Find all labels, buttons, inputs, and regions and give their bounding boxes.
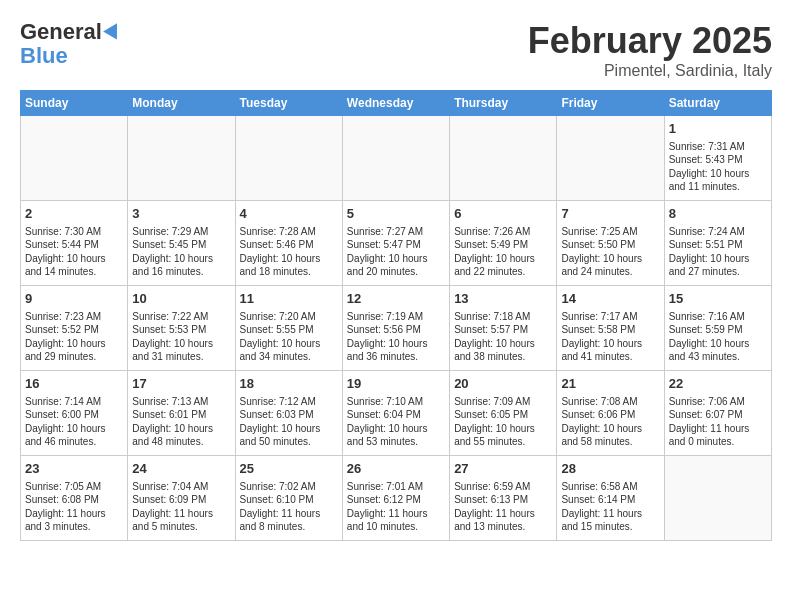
day-number: 11: [240, 290, 338, 308]
day-info: Sunrise: 7:30 AMSunset: 5:44 PMDaylight:…: [25, 225, 123, 279]
logo-blue: Blue: [20, 44, 120, 68]
day-number: 24: [132, 460, 230, 478]
day-number: 2: [25, 205, 123, 223]
day-number: 25: [240, 460, 338, 478]
calendar-day-cell: [128, 116, 235, 201]
day-info: Sunrise: 7:09 AMSunset: 6:05 PMDaylight:…: [454, 395, 552, 449]
day-number: 5: [347, 205, 445, 223]
header-day: Sunday: [21, 91, 128, 116]
calendar-day-cell: 25Sunrise: 7:02 AMSunset: 6:10 PMDayligh…: [235, 456, 342, 541]
day-number: 15: [669, 290, 767, 308]
calendar-day-cell: 14Sunrise: 7:17 AMSunset: 5:58 PMDayligh…: [557, 286, 664, 371]
day-number: 26: [347, 460, 445, 478]
calendar-day-cell: 24Sunrise: 7:04 AMSunset: 6:09 PMDayligh…: [128, 456, 235, 541]
day-info: Sunrise: 7:10 AMSunset: 6:04 PMDaylight:…: [347, 395, 445, 449]
calendar-day-cell: 3Sunrise: 7:29 AMSunset: 5:45 PMDaylight…: [128, 201, 235, 286]
day-info: Sunrise: 7:01 AMSunset: 6:12 PMDaylight:…: [347, 480, 445, 534]
header-day: Thursday: [450, 91, 557, 116]
day-number: 12: [347, 290, 445, 308]
day-info: Sunrise: 7:17 AMSunset: 5:58 PMDaylight:…: [561, 310, 659, 364]
day-info: Sunrise: 7:24 AMSunset: 5:51 PMDaylight:…: [669, 225, 767, 279]
day-number: 9: [25, 290, 123, 308]
calendar-day-cell: 21Sunrise: 7:08 AMSunset: 6:06 PMDayligh…: [557, 371, 664, 456]
calendar-day-cell: 15Sunrise: 7:16 AMSunset: 5:59 PMDayligh…: [664, 286, 771, 371]
day-number: 14: [561, 290, 659, 308]
calendar-day-cell: 26Sunrise: 7:01 AMSunset: 6:12 PMDayligh…: [342, 456, 449, 541]
calendar-day-cell: [235, 116, 342, 201]
day-info: Sunrise: 7:23 AMSunset: 5:52 PMDaylight:…: [25, 310, 123, 364]
day-info: Sunrise: 6:59 AMSunset: 6:13 PMDaylight:…: [454, 480, 552, 534]
day-number: 10: [132, 290, 230, 308]
day-info: Sunrise: 7:04 AMSunset: 6:09 PMDaylight:…: [132, 480, 230, 534]
day-info: Sunrise: 7:06 AMSunset: 6:07 PMDaylight:…: [669, 395, 767, 449]
day-number: 28: [561, 460, 659, 478]
logo: General Blue: [20, 20, 120, 68]
header-row: SundayMondayTuesdayWednesdayThursdayFrid…: [21, 91, 772, 116]
day-info: Sunrise: 6:58 AMSunset: 6:14 PMDaylight:…: [561, 480, 659, 534]
location-subtitle: Pimentel, Sardinia, Italy: [528, 62, 772, 80]
day-info: Sunrise: 7:02 AMSunset: 6:10 PMDaylight:…: [240, 480, 338, 534]
calendar-day-cell: 1Sunrise: 7:31 AMSunset: 5:43 PMDaylight…: [664, 116, 771, 201]
calendar-day-cell: 18Sunrise: 7:12 AMSunset: 6:03 PMDayligh…: [235, 371, 342, 456]
day-info: Sunrise: 7:26 AMSunset: 5:49 PMDaylight:…: [454, 225, 552, 279]
header-day: Saturday: [664, 91, 771, 116]
header-day: Friday: [557, 91, 664, 116]
calendar-day-cell: 17Sunrise: 7:13 AMSunset: 6:01 PMDayligh…: [128, 371, 235, 456]
calendar-day-cell: 8Sunrise: 7:24 AMSunset: 5:51 PMDaylight…: [664, 201, 771, 286]
day-number: 23: [25, 460, 123, 478]
calendar-week-row: 2Sunrise: 7:30 AMSunset: 5:44 PMDaylight…: [21, 201, 772, 286]
calendar-day-cell: 22Sunrise: 7:06 AMSunset: 6:07 PMDayligh…: [664, 371, 771, 456]
day-info: Sunrise: 7:28 AMSunset: 5:46 PMDaylight:…: [240, 225, 338, 279]
page-header: General Blue February 2025 Pimentel, Sar…: [20, 20, 772, 80]
header-day: Monday: [128, 91, 235, 116]
month-title: February 2025: [528, 20, 772, 62]
day-info: Sunrise: 7:14 AMSunset: 6:00 PMDaylight:…: [25, 395, 123, 449]
calendar-day-cell: 27Sunrise: 6:59 AMSunset: 6:13 PMDayligh…: [450, 456, 557, 541]
day-info: Sunrise: 7:27 AMSunset: 5:47 PMDaylight:…: [347, 225, 445, 279]
day-number: 17: [132, 375, 230, 393]
calendar-day-cell: 4Sunrise: 7:28 AMSunset: 5:46 PMDaylight…: [235, 201, 342, 286]
day-number: 18: [240, 375, 338, 393]
day-number: 21: [561, 375, 659, 393]
calendar-day-cell: [664, 456, 771, 541]
day-number: 4: [240, 205, 338, 223]
day-info: Sunrise: 7:13 AMSunset: 6:01 PMDaylight:…: [132, 395, 230, 449]
day-number: 27: [454, 460, 552, 478]
day-info: Sunrise: 7:19 AMSunset: 5:56 PMDaylight:…: [347, 310, 445, 364]
calendar-day-cell: 7Sunrise: 7:25 AMSunset: 5:50 PMDaylight…: [557, 201, 664, 286]
calendar-day-cell: [450, 116, 557, 201]
calendar-day-cell: 23Sunrise: 7:05 AMSunset: 6:08 PMDayligh…: [21, 456, 128, 541]
calendar-week-row: 9Sunrise: 7:23 AMSunset: 5:52 PMDaylight…: [21, 286, 772, 371]
calendar-week-row: 16Sunrise: 7:14 AMSunset: 6:00 PMDayligh…: [21, 371, 772, 456]
day-info: Sunrise: 7:05 AMSunset: 6:08 PMDaylight:…: [25, 480, 123, 534]
day-number: 3: [132, 205, 230, 223]
calendar-day-cell: 28Sunrise: 6:58 AMSunset: 6:14 PMDayligh…: [557, 456, 664, 541]
calendar-day-cell: 16Sunrise: 7:14 AMSunset: 6:00 PMDayligh…: [21, 371, 128, 456]
day-number: 16: [25, 375, 123, 393]
day-number: 19: [347, 375, 445, 393]
header-day: Wednesday: [342, 91, 449, 116]
day-info: Sunrise: 7:31 AMSunset: 5:43 PMDaylight:…: [669, 140, 767, 194]
calendar-body: 1Sunrise: 7:31 AMSunset: 5:43 PMDaylight…: [21, 116, 772, 541]
calendar-week-row: 1Sunrise: 7:31 AMSunset: 5:43 PMDaylight…: [21, 116, 772, 201]
calendar-table: SundayMondayTuesdayWednesdayThursdayFrid…: [20, 90, 772, 541]
header-day: Tuesday: [235, 91, 342, 116]
day-info: Sunrise: 7:08 AMSunset: 6:06 PMDaylight:…: [561, 395, 659, 449]
day-number: 8: [669, 205, 767, 223]
calendar-day-cell: 10Sunrise: 7:22 AMSunset: 5:53 PMDayligh…: [128, 286, 235, 371]
day-info: Sunrise: 7:22 AMSunset: 5:53 PMDaylight:…: [132, 310, 230, 364]
day-number: 22: [669, 375, 767, 393]
logo-icon: [103, 19, 124, 39]
logo-general: General: [20, 20, 102, 44]
calendar-day-cell: 5Sunrise: 7:27 AMSunset: 5:47 PMDaylight…: [342, 201, 449, 286]
calendar-header: SundayMondayTuesdayWednesdayThursdayFrid…: [21, 91, 772, 116]
calendar-day-cell: 12Sunrise: 7:19 AMSunset: 5:56 PMDayligh…: [342, 286, 449, 371]
calendar-day-cell: 9Sunrise: 7:23 AMSunset: 5:52 PMDaylight…: [21, 286, 128, 371]
day-number: 20: [454, 375, 552, 393]
day-info: Sunrise: 7:25 AMSunset: 5:50 PMDaylight:…: [561, 225, 659, 279]
day-number: 6: [454, 205, 552, 223]
day-number: 7: [561, 205, 659, 223]
day-info: Sunrise: 7:20 AMSunset: 5:55 PMDaylight:…: [240, 310, 338, 364]
calendar-day-cell: 13Sunrise: 7:18 AMSunset: 5:57 PMDayligh…: [450, 286, 557, 371]
title-block: February 2025 Pimentel, Sardinia, Italy: [528, 20, 772, 80]
